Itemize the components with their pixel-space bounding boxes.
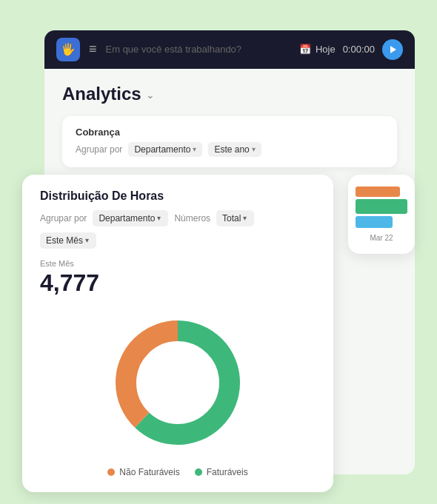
timer-display: 0:00:00	[343, 44, 375, 55]
calendar-icon: 📅	[299, 44, 311, 55]
bar-group	[356, 187, 407, 228]
play-button[interactable]	[382, 39, 403, 60]
search-input[interactable]: Em que você está trabalhando?	[106, 44, 290, 55]
app-logo: 🖐	[56, 38, 80, 61]
distribuicao-card: Distribuição De Horas Agrupar por Depart…	[22, 175, 333, 492]
bar-segment-orange	[356, 187, 400, 197]
dist-period-select[interactable]: Este Mês	[40, 232, 96, 249]
right-chart: Mar 22	[348, 175, 415, 254]
not-billable-label: Não Faturáveis	[119, 467, 179, 477]
legend: Não Faturáveis Faturáveis	[107, 467, 247, 477]
date-label: Hoje	[316, 44, 336, 55]
svg-point-2	[147, 352, 209, 414]
billable-dot	[195, 468, 202, 476]
donut-chart	[104, 309, 252, 457]
cobranca-card: Cobrança Agrupar por Departamento Este a…	[62, 116, 397, 167]
dist-title: Distribuição De Horas	[40, 189, 316, 203]
menu-icon[interactable]: ≡	[89, 41, 97, 57]
billable-label: Faturáveis	[207, 467, 248, 477]
este-mes-value: 4,777	[40, 269, 316, 297]
page-title-row: Analytics ⌄	[62, 84, 397, 104]
dist-numbers-select[interactable]: Total	[216, 210, 254, 226]
date-display: 📅 Hoje	[299, 44, 336, 55]
cobranca-period-select[interactable]: Este ano	[208, 142, 261, 157]
chart-container: Não Faturáveis Faturáveis	[40, 309, 316, 477]
dist-numbers-label: Números	[174, 213, 210, 224]
legend-item-billable: Faturáveis	[195, 467, 248, 477]
legend-item-not-billable: Não Faturáveis	[107, 467, 179, 477]
topbar-right: 📅 Hoje 0:00:00	[299, 39, 403, 60]
dist-group-label: Agrupar por	[40, 213, 87, 224]
bar-label: Mar 22	[356, 234, 407, 242]
cobranca-title: Cobrança	[76, 127, 384, 138]
topbar: 🖐 ≡ Em que você está trabalhando? 📅 Hoje…	[44, 30, 415, 69]
cobranca-group-label: Agrupar por	[76, 144, 122, 155]
este-mes-label: Este Mês	[40, 259, 316, 268]
page-title-chevron[interactable]: ⌄	[146, 89, 155, 101]
dist-group-select[interactable]: Departamento	[93, 210, 168, 226]
page-title: Analytics	[62, 84, 141, 104]
not-billable-dot	[107, 468, 115, 476]
bar-segment-green	[356, 199, 407, 214]
cobranca-filter-row: Agrupar por Departamento Este ano	[76, 142, 384, 157]
dist-filter-row: Agrupar por Departamento Números Total E…	[40, 210, 316, 249]
bar-segment-blue	[356, 216, 393, 228]
cobranca-group-select[interactable]: Departamento	[128, 142, 202, 157]
